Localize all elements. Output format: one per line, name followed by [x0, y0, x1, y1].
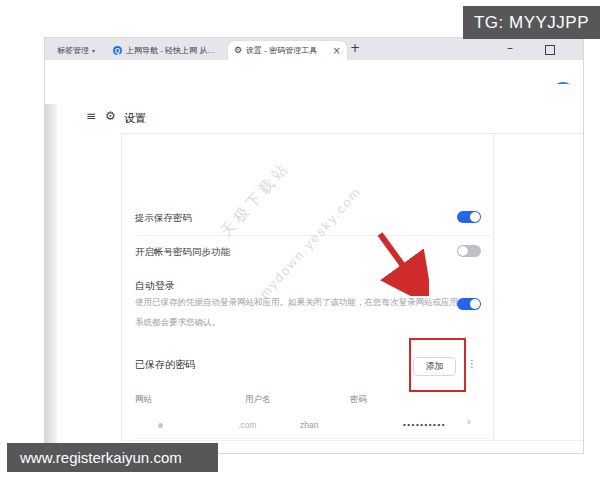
bookmarks-bar: 常用书签 手机书签 Q 上网导航 - 轻快上 帮小忙，腾讯QQ: [45, 84, 583, 104]
password-cell: ••••••••••: [403, 420, 446, 429]
tab-settings-label: 设置 - 密码管理工具: [246, 45, 317, 56]
browser-toolbar: ← → ↻ ⌂ qqbrowser://settings/passwords ☆…: [45, 60, 583, 84]
tab-settings[interactable]: ⚙ 设置 - 密码管理工具 ×: [228, 41, 347, 60]
divider: [121, 133, 583, 134]
site-cell: .com: [238, 420, 256, 430]
settings-page: ≡ ⚙ 设置 提示保存密码 开启帐号密码同步功能 自动登录 使用已保存的凭据自动…: [45, 104, 583, 453]
auto-login-description: 使用已保存的凭据自动登录网站和应用。如果关闭了该功能，在您每次登录网站或应用之前…: [135, 292, 485, 332]
password-row[interactable]: .com zhan ••••••••••: [121, 412, 493, 436]
minimize-button[interactable]: –: [507, 42, 513, 54]
account-sync-toggle[interactable]: [457, 245, 481, 257]
divider: [493, 133, 494, 440]
divider: [135, 235, 490, 236]
divider: [135, 438, 490, 439]
browser-window: 标签管理 ▾ Q 上网导航 - 轻快上网 从这里开始 ⚙ 设置 - 密码管理工具…: [45, 38, 583, 453]
account-sync-label: 开启帐号密码同步功能: [135, 246, 230, 259]
auto-login-title: 自动登录: [135, 279, 175, 293]
new-tab-button[interactable]: +: [350, 42, 360, 54]
tab-strip: 标签管理 ▾ Q 上网导航 - 轻快上网 从这里开始 ⚙ 设置 - 密码管理工具…: [45, 38, 583, 60]
column-username: 用户名: [245, 394, 271, 406]
saved-passwords-title: 已保存的密码: [135, 358, 195, 372]
page-title: 设置: [124, 111, 146, 126]
tab-navigation[interactable]: Q 上网导航 - 轻快上网 从这里开始: [107, 41, 227, 60]
divider: [121, 440, 583, 441]
settings-menu-icon[interactable]: ≡: [86, 110, 96, 122]
site-favicon: [158, 423, 163, 428]
site-watermark-badge: www.registerkaiyun.com: [7, 443, 218, 472]
divider: [121, 133, 122, 440]
tab-manager-label: 标签管理: [57, 45, 89, 56]
annotation-highlight-box: [409, 338, 466, 392]
prompt-save-password-label: 提示保存密码: [135, 212, 192, 225]
username-cell: zhan: [300, 420, 318, 430]
qq-browser-logo-icon: Q: [113, 46, 122, 55]
gear-icon: ⚙: [234, 46, 242, 55]
annotation-arrow: [373, 230, 429, 296]
chevron-down-icon: ▾: [92, 48, 95, 54]
auto-login-toggle[interactable]: [457, 298, 481, 310]
prompt-save-toggle[interactable]: [457, 211, 481, 223]
tab-navigation-label: 上网导航 - 轻快上网 从这里开始: [126, 45, 221, 56]
maximize-button[interactable]: [545, 45, 555, 55]
gear-icon: ⚙: [105, 110, 116, 122]
tab-manager-button[interactable]: 标签管理 ▾: [57, 45, 95, 56]
tg-badge: TG: MYYJJPP: [463, 6, 600, 39]
more-options-icon[interactable]: ⋮: [467, 359, 477, 369]
column-site: 网站: [135, 394, 152, 406]
close-tab-icon[interactable]: ×: [333, 46, 341, 56]
column-password: 密码: [350, 394, 367, 406]
page-edge-shadow: [45, 104, 57, 453]
chevron-right-icon[interactable]: ›: [467, 417, 471, 427]
